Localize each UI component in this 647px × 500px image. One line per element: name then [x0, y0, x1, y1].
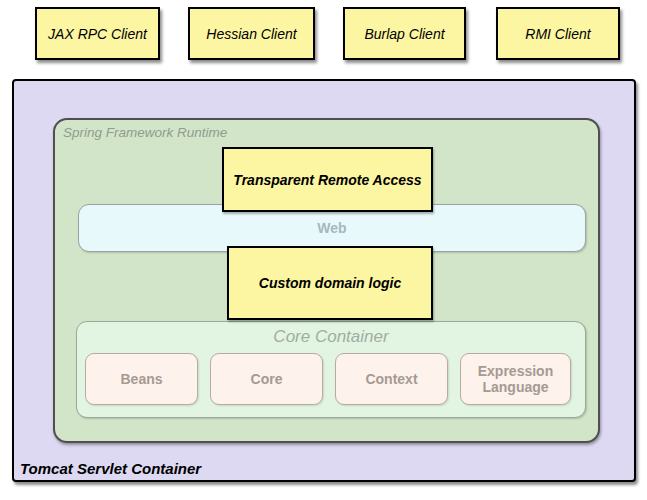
client-box-rmi: RMI Client: [496, 7, 620, 60]
client-box-jax-rpc: JAX RPC Client: [35, 7, 160, 60]
module-box-beans: Beans: [85, 353, 198, 405]
client-label: Burlap Client: [364, 26, 444, 42]
module-label: Context: [365, 371, 417, 387]
client-label: JAX RPC Client: [48, 26, 147, 42]
client-box-burlap: Burlap Client: [343, 7, 466, 60]
module-box-core: Core: [210, 353, 323, 405]
architecture-diagram: JAX RPC Client Hessian Client Burlap Cli…: [0, 0, 647, 500]
custom-domain-logic-label: Custom domain logic: [259, 275, 401, 291]
transparent-remote-access-box: Transparent Remote Access: [222, 147, 433, 212]
module-box-expression-language: Expression Language: [460, 353, 571, 405]
spring-runtime-title: Spring Framework Runtime: [63, 125, 227, 140]
module-label: Beans: [120, 371, 162, 387]
module-label: Core: [251, 371, 283, 387]
spring-framework-runtime: Spring Framework Runtime Web Transparent…: [53, 118, 600, 443]
tomcat-servlet-container: Spring Framework Runtime Web Transparent…: [12, 79, 636, 482]
client-label: RMI Client: [525, 26, 590, 42]
transparent-remote-access-label: Transparent Remote Access: [233, 172, 421, 188]
module-box-context: Context: [335, 353, 448, 405]
module-label: Expression Language: [475, 363, 556, 395]
web-layer-label: Web: [317, 220, 346, 236]
core-container-title: Core Container: [77, 327, 585, 347]
core-container-box: Core Container Beans Core Context Expres…: [76, 321, 586, 418]
tomcat-container-title: Tomcat Servlet Container: [20, 460, 201, 477]
client-label: Hessian Client: [206, 26, 296, 42]
client-box-hessian: Hessian Client: [188, 7, 315, 60]
custom-domain-logic-box: Custom domain logic: [227, 246, 433, 320]
